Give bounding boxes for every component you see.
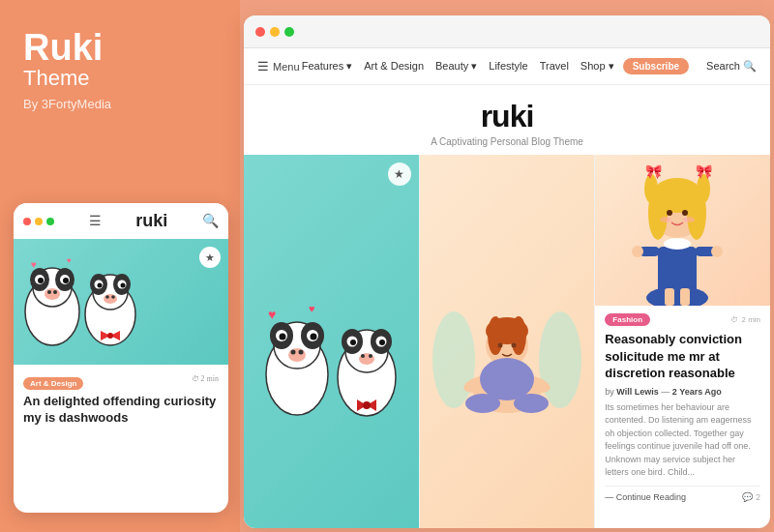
- browser-mockup: ☰ Menu Features ▾ Art & Design Beauty ▾ …: [244, 15, 770, 528]
- svg-point-48: [359, 353, 374, 365]
- card-3-time: ⏱ 2 min: [730, 315, 760, 324]
- svg-point-53: [363, 401, 371, 409]
- svg-point-79: [682, 210, 688, 216]
- svg-point-54: [432, 311, 475, 408]
- svg-point-35: [288, 348, 306, 362]
- svg-text:♥: ♥: [268, 308, 276, 322]
- svg-point-37: [299, 350, 304, 355]
- svg-point-22: [105, 295, 109, 299]
- mobile-bookmark-icon[interactable]: ★: [199, 247, 221, 268]
- panda-illustration: ♥ ♥: [14, 239, 228, 365]
- svg-point-66: [465, 394, 500, 413]
- brand-subtitle: Theme: [23, 66, 217, 91]
- svg-point-6: [38, 278, 44, 283]
- card-1-bookmark-icon[interactable]: ★: [388, 163, 411, 186]
- svg-point-9: [47, 290, 51, 294]
- svg-text:♥: ♥: [31, 259, 37, 270]
- svg-point-19: [98, 283, 103, 288]
- mobile-logo: ruki: [135, 211, 167, 231]
- site-logo: ruki: [244, 99, 770, 134]
- mobile-top-bar: ☰ ruki 🔍: [14, 203, 228, 239]
- mobile-dot-red: [23, 218, 31, 225]
- nav-menu-label[interactable]: Menu: [273, 61, 300, 73]
- hamburger-icon[interactable]: ☰: [89, 213, 102, 229]
- mobile-card-body: Art & Design ⏱ 2 min An delighted offend…: [14, 365, 228, 434]
- svg-point-10: [53, 290, 57, 294]
- svg-text:🎀: 🎀: [696, 163, 713, 180]
- svg-rect-71: [680, 288, 690, 306]
- card-3-girl-svg: 🎀 🎀: [595, 155, 759, 306]
- svg-point-49: [361, 354, 365, 358]
- card-col-2: Beauty ⏱ 2 min Indulgence unreserved the…: [420, 155, 596, 528]
- browser-dot-red: [255, 27, 265, 37]
- nav-search-link[interactable]: Search 🔍: [706, 60, 757, 73]
- card-3-continue: — Continue Reading 💬 2: [605, 486, 760, 502]
- svg-point-20: [121, 283, 126, 288]
- browser-dot-yellow: [270, 27, 280, 37]
- svg-point-78: [667, 210, 672, 216]
- card-3-excerpt: Its sometimes her behaviour are contente…: [605, 401, 760, 480]
- svg-point-26: [107, 333, 113, 339]
- card-3-meta: Fashion ⏱ 2 min: [605, 313, 760, 326]
- mobile-card-image: ♥ ♥: [14, 239, 228, 365]
- svg-text:🎀: 🎀: [645, 163, 663, 180]
- nav-shop[interactable]: Shop ▾: [580, 60, 614, 73]
- svg-point-46: [350, 340, 356, 345]
- svg-point-47: [379, 340, 385, 345]
- browser-titlebar: [244, 15, 770, 48]
- nav-travel[interactable]: Travel: [540, 60, 569, 73]
- svg-point-21: [104, 294, 117, 304]
- mobile-card-title: An delighted offending curiosity my is d…: [23, 394, 219, 427]
- brand-by: By 3FortyMedia: [23, 97, 217, 111]
- nav-links: Features ▾ Art & Design Beauty ▾ Lifesty…: [302, 60, 614, 73]
- svg-text:♥: ♥: [309, 303, 315, 314]
- left-panel: Ruki Theme By 3FortyMedia ☰ ruki 🔍: [0, 0, 240, 532]
- nav-beauty[interactable]: Beauty ▾: [435, 60, 477, 73]
- svg-point-85: [632, 246, 643, 257]
- nav-lifestyle[interactable]: Lifestyle: [489, 60, 527, 73]
- card-3-image: 🎀 🎀: [595, 155, 770, 306]
- svg-point-81: [683, 217, 695, 222]
- svg-point-8: [45, 288, 60, 300]
- card-3-body: Fashion ⏱ 2 min Reasonably conviction so…: [595, 306, 770, 510]
- svg-point-23: [111, 295, 115, 299]
- svg-point-7: [63, 278, 69, 283]
- svg-point-50: [369, 354, 372, 358]
- card-2-figure-svg: [425, 282, 589, 433]
- nav-menu-icon[interactable]: ☰: [257, 59, 269, 74]
- svg-point-69: [646, 286, 708, 306]
- card-col-1: ♥ ♥ ★: [244, 155, 420, 528]
- card-1-panda-svg: ♥ ♥: [249, 285, 413, 430]
- card-3-title[interactable]: Reasonably conviction solicitude me mr a…: [605, 331, 760, 382]
- card-3-tag[interactable]: Fashion: [605, 313, 650, 326]
- svg-point-86: [711, 246, 723, 257]
- card-1-image: ♥ ♥ ★: [244, 155, 419, 528]
- svg-point-34: [311, 334, 317, 340]
- nav-art-design[interactable]: Art & Design: [364, 60, 424, 73]
- brand-title: Ruki: [23, 29, 217, 66]
- card-2-image: [420, 155, 595, 528]
- svg-point-36: [291, 350, 296, 355]
- svg-point-59: [488, 316, 503, 355]
- site-nav: ☰ Menu Features ▾ Art & Design Beauty ▾ …: [244, 48, 770, 85]
- svg-text:♥: ♥: [67, 256, 72, 265]
- svg-point-62: [512, 343, 517, 348]
- svg-rect-70: [665, 288, 674, 306]
- mobile-dots: [23, 218, 54, 225]
- mobile-dot-yellow: [35, 218, 43, 225]
- browser-dot-green: [284, 27, 294, 37]
- card-col-3: 🎀 🎀 Fashion ⏱ 2 min Reasonably convictio…: [595, 155, 770, 528]
- nav-features[interactable]: Features ▾: [302, 60, 352, 73]
- mobile-mockup: ☰ ruki 🔍: [14, 203, 228, 513]
- svg-point-67: [514, 394, 549, 413]
- nav-subscribe-button[interactable]: Subscribe: [623, 58, 689, 74]
- browser-dots: [255, 27, 294, 37]
- svg-point-61: [498, 343, 503, 348]
- svg-point-80: [660, 217, 671, 222]
- site-hero: ruki A Captivating Personal Blog Theme: [244, 85, 770, 155]
- mobile-search-icon[interactable]: 🔍: [202, 213, 219, 229]
- card-3-author: by Will Lewis — 2 Years Ago: [605, 387, 760, 397]
- mobile-dot-green: [46, 218, 54, 225]
- cards-grid: ♥ ♥ ★: [244, 155, 770, 528]
- svg-point-33: [280, 334, 286, 340]
